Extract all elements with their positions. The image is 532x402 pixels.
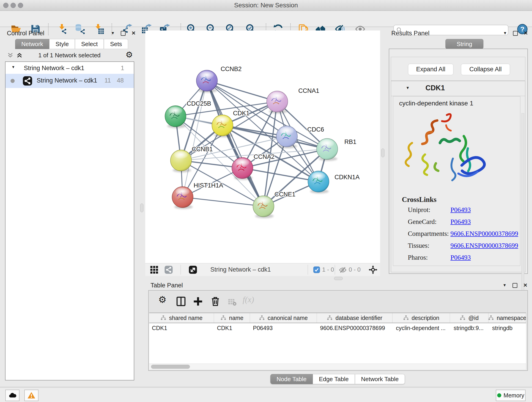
close-window-icon[interactable] xyxy=(3,3,8,8)
column-header-namespace[interactable]: namespace xyxy=(488,313,526,323)
node-HIST1H1A[interactable]: HIST1H1A xyxy=(172,182,223,209)
warning-icon xyxy=(27,391,36,400)
cloud-button[interactable] xyxy=(5,390,19,401)
cell-canonical-name[interactable]: P06493 xyxy=(250,323,317,333)
protein-collapse-icon[interactable]: ▼ xyxy=(406,86,410,90)
table-panel-float-icon[interactable]: ▼ xyxy=(503,283,507,288)
crosslink-label: GeneCard: xyxy=(408,218,437,225)
scrollbar-thumb[interactable] xyxy=(151,365,190,369)
crosslink-label: Tissues: xyxy=(408,242,429,249)
horizontal-splitter-handle[interactable] xyxy=(334,277,343,280)
cell-shared-name[interactable]: CDK1 xyxy=(149,323,214,333)
left-splitter-handle[interactable] xyxy=(140,204,143,212)
control-panel-float-icon[interactable]: ▼ xyxy=(111,31,115,36)
cell-@id[interactable]: stringdb:9... xyxy=(451,323,489,333)
collection-count: 1 xyxy=(121,65,124,72)
memory-status-dot xyxy=(497,393,501,397)
results-panel-maximize-icon[interactable] xyxy=(513,31,518,36)
expand-all-button[interactable]: Expand All xyxy=(408,64,453,75)
tab-style[interactable]: Style xyxy=(49,39,75,49)
import-network-file-icon[interactable] xyxy=(56,24,67,35)
tab-string[interactable]: String xyxy=(445,39,483,49)
collection-expand-icon[interactable]: ▼ xyxy=(12,65,15,69)
collapse-all-button[interactable]: Collapse All xyxy=(461,64,510,75)
column-label: name xyxy=(229,315,244,321)
show-columns-icon[interactable] xyxy=(176,296,186,307)
cell-description[interactable]: cyclin-dependent ... xyxy=(393,323,451,333)
table-options-gear-icon[interactable]: ⚙ xyxy=(158,294,169,305)
cell-database-identifier[interactable]: 9606.ENSP00000378699 xyxy=(317,323,393,333)
node-label-CCNB1: CCNB1 xyxy=(192,146,213,153)
titlebar: Session: New Session xyxy=(0,0,532,11)
zoom-window-icon[interactable] xyxy=(18,3,23,8)
protein-card-header[interactable]: ▼ CDK1 xyxy=(391,81,525,96)
node-label-CCNB2: CCNB2 xyxy=(221,65,242,72)
crosslink-link[interactable]: P06493 xyxy=(450,206,471,214)
node-CDKN1A[interactable]: CDKN1A xyxy=(308,171,360,193)
network-selected-summary: 1 of 1 Network selected xyxy=(5,52,134,59)
results-panel-close-icon[interactable]: ✕ xyxy=(524,30,528,36)
delete-column-icon[interactable] xyxy=(210,296,221,307)
tab-edge-table[interactable]: Edge Table xyxy=(313,374,355,384)
memory-button[interactable]: Memory xyxy=(496,390,526,401)
network-row-selected[interactable]: String Network – cdk1 11 48 xyxy=(6,74,134,88)
node-CCNE1[interactable]: CCNE1 xyxy=(253,191,296,218)
add-column-icon[interactable] xyxy=(193,296,203,307)
tab-network-table[interactable]: Network Table xyxy=(355,374,405,384)
crosslink-label: Uniprot: xyxy=(408,206,430,213)
open-in-new-window-icon[interactable] xyxy=(188,265,197,274)
table-panel-tabs: Node TableEdge TableNetwork Table xyxy=(270,374,405,384)
protein-result-card: ▼ CDK1 cyclin-dependent kinase 1 CrossLi… xyxy=(391,81,525,272)
pan-crosshair-icon[interactable] xyxy=(368,265,378,274)
node-RB1[interactable]: RB1 xyxy=(317,138,356,161)
crosslink-label: Compartments: xyxy=(408,230,449,237)
crosslink-link[interactable]: 9606.ENSP00000378699 xyxy=(450,242,518,249)
column-header-shared-name[interactable]: shared name xyxy=(149,313,214,323)
network-options-gear-icon[interactable]: ⚙ xyxy=(126,50,133,59)
hidden-eye-icon[interactable] xyxy=(339,266,347,274)
crosslink-link[interactable]: P06493 xyxy=(450,254,471,261)
node-label-CCNA1: CCNA1 xyxy=(298,87,319,94)
crosslink-link[interactable]: P06493 xyxy=(450,218,471,225)
birdseye-grid-icon[interactable] xyxy=(150,265,159,274)
selected-checkbox-icon[interactable] xyxy=(313,266,320,273)
node-label-CDC6: CDC6 xyxy=(307,126,324,133)
right-splitter-handle[interactable] xyxy=(381,148,385,157)
control-panel-maximize-icon[interactable] xyxy=(121,31,126,36)
results-scrollbar[interactable] xyxy=(521,113,524,304)
protein-name: CDK1 xyxy=(425,84,445,92)
table-horizontal-scrollbar[interactable] xyxy=(149,364,526,370)
tab-node-table[interactable]: Node Table xyxy=(270,374,313,384)
column-header-@id[interactable]: @id xyxy=(450,313,488,323)
node-CCNA1[interactable]: CCNA1 xyxy=(267,87,319,114)
cell-namespace[interactable]: stringdb xyxy=(489,323,527,333)
cell-name[interactable]: CDK1 xyxy=(214,323,250,333)
column-header-name[interactable]: name xyxy=(214,313,250,323)
memory-label: Memory xyxy=(504,392,524,399)
network-node-count: 11 xyxy=(104,77,111,84)
column-header-canonical-name[interactable]: canonical name xyxy=(250,313,317,323)
crosslink-label: Pharos: xyxy=(408,254,428,261)
tab-network[interactable]: Network xyxy=(15,39,49,49)
table-panel-close-icon[interactable]: ✕ xyxy=(523,282,527,288)
network-view-canvas[interactable]: CCNB2 CCNA1 CDC25B CDK1 CDC6 RB1 CCNB1 C… xyxy=(145,31,380,263)
network-share-icon[interactable] xyxy=(164,265,173,274)
network-collection-row[interactable]: ▼ String Network – cdk1 1 xyxy=(6,63,134,74)
tab-sets[interactable]: Sets xyxy=(104,39,128,49)
crosslink-link[interactable]: 9606.ENSP00000378699 xyxy=(450,230,518,237)
column-header-database-identifier[interactable]: database identifier xyxy=(317,313,393,323)
node-CDC6[interactable]: CDC6 xyxy=(276,126,324,148)
cloud-icon xyxy=(8,391,17,400)
node-CCNB1[interactable]: CCNB1 xyxy=(171,146,213,172)
import-network-database-icon[interactable] xyxy=(75,24,86,35)
results-panel-float-icon[interactable]: ▼ xyxy=(503,31,507,36)
network-list: ▼ String Network – cdk1 1 String Network… xyxy=(5,61,134,380)
warnings-button[interactable] xyxy=(24,390,38,401)
import-table-icon[interactable] xyxy=(94,24,104,35)
tab-select[interactable]: Select xyxy=(75,39,104,49)
minimize-window-icon[interactable] xyxy=(11,3,16,8)
column-header-description[interactable]: description xyxy=(393,313,450,323)
control-panel-close-icon[interactable]: ✕ xyxy=(132,30,136,36)
table-panel-maximize-icon[interactable] xyxy=(513,283,517,288)
node-label-CCNE1: CCNE1 xyxy=(274,191,296,198)
